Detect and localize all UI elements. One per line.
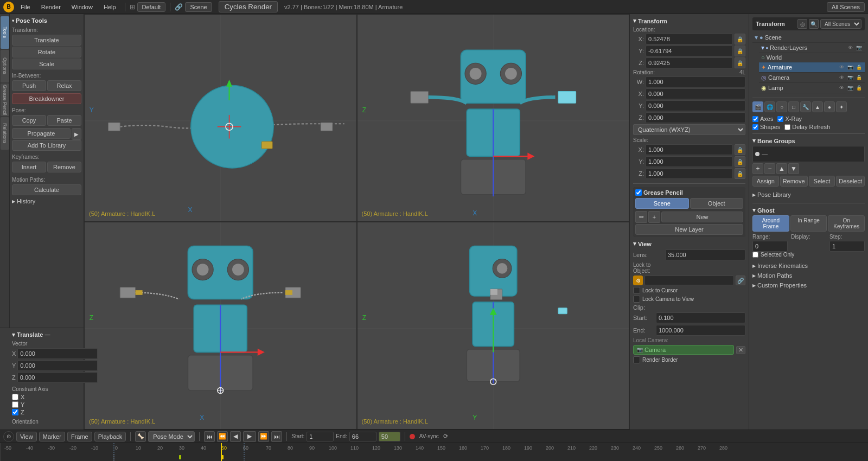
prop-tab-object[interactable]: □ [788,101,799,112]
tl-playback-btn[interactable]: Playback [94,432,126,441]
outliner-armature[interactable]: ✦ Armature 👁 📷 🔒 [759,62,865,73]
viewport-top-right[interactable]: Front Ortho [357,14,630,222]
menu-file[interactable]: File [16,3,35,11]
clip-end-input[interactable] [656,325,745,336]
xray-checkbox[interactable] [777,116,783,122]
axes-checkbox[interactable] [752,116,758,122]
breakdowner-btn[interactable]: Breakdowner [12,93,81,104]
outliner-renderlayers[interactable]: ▾ ▪ RenderLayers 👁 📷 [759,43,865,53]
translate-btn[interactable]: Translate [12,35,81,46]
assign-btn[interactable]: Assign [752,176,779,187]
range-input[interactable] [752,241,788,252]
side-tab-relations[interactable]: Relations [1,117,9,150]
vec-y-input[interactable] [17,360,98,371]
bone-up-btn[interactable]: ▲ [776,163,787,174]
play-beginning-btn[interactable]: ⏮ [204,431,215,442]
camera-x-btn[interactable]: ✕ [736,346,745,354]
relax-btn[interactable]: Relax [47,80,81,91]
around-frame-tab[interactable]: Around Frame [752,215,789,232]
vec-z-input[interactable] [17,372,98,383]
cx-checkbox[interactable] [12,394,18,400]
insert-btn[interactable]: Insert [12,162,46,172]
start-input[interactable] [307,432,334,441]
icon-link[interactable]: 🔗 [175,3,183,11]
outliner-tool2[interactable]: 🔍 [809,19,819,29]
outliner-world[interactable]: ○ World [759,53,865,62]
viewport-top-left[interactable]: Top Ortho [84,14,357,222]
grease-checkbox[interactable] [635,189,642,196]
pose-library-section[interactable]: ▶ Pose Library [752,190,865,200]
layout-selector[interactable]: Default [137,2,166,12]
ik-section[interactable]: ▶ Inverse Kinematics [752,261,865,271]
prop-tab-scene[interactable]: 🌐 [764,101,775,112]
link-icon-btn[interactable]: 🔗 [736,276,745,285]
viewport-bottom-left[interactable]: Front Ortho [84,222,357,430]
grease-object-tab[interactable]: Object [690,198,744,209]
tl-frame-btn[interactable]: Frame [67,432,92,441]
rot-z-input[interactable] [646,112,745,123]
history-section[interactable]: ▶ History [12,196,81,206]
loc-z-lock[interactable]: 🔒 [735,57,745,68]
grease-scene-tab[interactable]: Scene [635,198,689,209]
tl-logo[interactable]: ⊙ [3,431,14,442]
side-tab-tools[interactable]: Tools [1,16,9,49]
paste-btn[interactable]: Paste [47,115,81,126]
grease-new-btn[interactable]: New [661,212,743,222]
outliner-tool1[interactable]: ◎ [797,19,807,29]
loc-x-lock[interactable]: 🔒 [735,34,745,44]
in-range-tab[interactable]: In Range [790,215,827,232]
cz-checkbox[interactable] [12,409,18,415]
scale-x-lock[interactable]: 🔒 [735,144,745,155]
bone-add-btn[interactable]: + [752,163,763,174]
icon-grid[interactable]: ⊞ [130,3,135,11]
translate-close[interactable]: — [44,332,50,338]
loc-y-lock[interactable]: 🔒 [735,46,745,56]
bg-deselect-btn[interactable]: Deselect [836,176,865,187]
play-btn[interactable]: ▶ [243,431,256,442]
end-input[interactable] [349,432,376,441]
scale-y-input[interactable] [646,156,733,167]
prop-tab-modifier[interactable]: 🔧 [800,101,811,112]
propagate-btn[interactable]: Propagate [12,128,71,139]
side-tab-options[interactable]: Options [1,50,9,82]
scene-selector[interactable]: Scene [185,2,212,12]
prop-tab-world[interactable]: ○ [776,101,787,112]
tl-view-btn[interactable]: View [16,432,37,441]
shapes-checkbox[interactable] [752,124,758,130]
pose-mode-icon[interactable]: 🦴 [135,431,146,442]
scale-btn[interactable]: Scale [12,59,81,69]
menu-help[interactable]: Help [99,3,120,11]
lens-input[interactable] [665,249,745,260]
rot-x-input[interactable] [646,88,745,99]
play-back-btn[interactable]: ◀ [230,431,241,442]
bg-select-btn[interactable]: Select [809,176,835,187]
render-border-checkbox[interactable] [633,356,640,363]
prop-tab-render[interactable]: 🎬 [752,101,763,112]
step-back-btn[interactable]: ⏪ [217,431,228,442]
remove-btn[interactable]: Remove [47,162,81,172]
step-fwd-btn[interactable]: ⏩ [258,431,269,442]
tl-marker-btn[interactable]: Marker [39,432,65,441]
loc-z-input[interactable] [646,57,733,68]
add-to-library-btn[interactable]: Add To Library [12,140,81,151]
quaternion-select[interactable]: Quaternion (WXYZ) [633,124,745,135]
rotate-btn[interactable]: Rotate [12,47,81,57]
all-scenes-btn[interactable]: All Scenes [827,2,865,12]
side-tab-grease[interactable]: Grease Pencil [1,84,9,116]
new-layer-btn[interactable]: New Layer [635,224,743,235]
bone-down-btn[interactable]: ▼ [788,163,799,174]
loc-x-input[interactable] [646,34,733,44]
prop-tab-material[interactable]: ● [824,101,835,112]
lock-cursor-checkbox[interactable] [633,287,640,294]
bone-remove-btn[interactable]: − [764,163,775,174]
menu-window[interactable]: Window [67,3,97,11]
step-input[interactable] [829,241,865,252]
outliner-scene[interactable]: ▾ ● Scene [752,33,865,43]
selected-only-checkbox[interactable] [752,252,758,258]
propagate-arrow[interactable]: ▶ [72,128,81,140]
vec-x-input[interactable] [17,348,98,359]
camera-chip[interactable]: 📷 Camera [633,345,734,355]
current-frame-input[interactable] [379,432,400,441]
delay-checkbox[interactable] [784,124,790,130]
on-keyframes-tab[interactable]: On Keyframes [828,215,865,232]
